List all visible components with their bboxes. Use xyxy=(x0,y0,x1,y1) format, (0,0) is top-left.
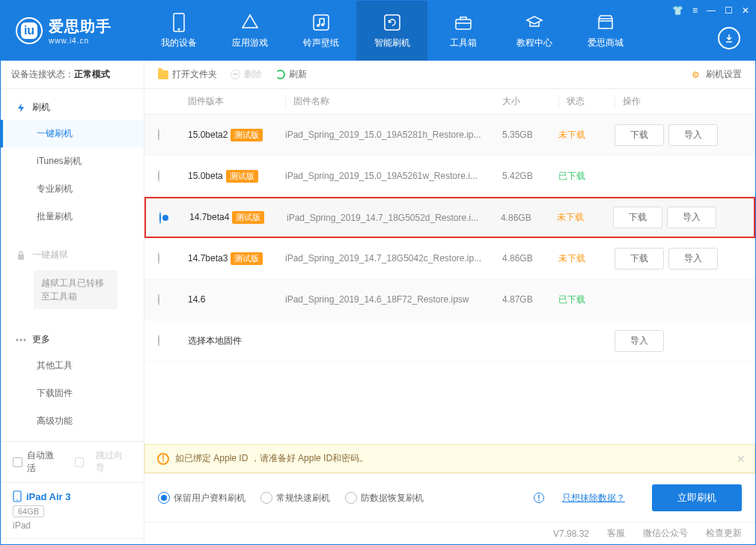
action-button[interactable]: 导入 xyxy=(667,207,716,228)
row-radio[interactable] xyxy=(158,252,159,264)
table-row[interactable]: 14.6iPad_Spring_2019_14.6_18F72_Restore.… xyxy=(144,279,755,320)
table-row[interactable]: 15.0beta测试版iPad_Spring_2019_15.0_19A5261… xyxy=(144,156,755,197)
flash-opt-antirecovery[interactable]: 防数据恢复刷机 xyxy=(345,492,424,505)
svg-point-4 xyxy=(321,23,324,26)
device-icon xyxy=(13,490,22,502)
sidebar: 设备连接状态：正常模式 刷机 一键刷机 iTunes刷机 专业刷机 批量刷机 一… xyxy=(1,61,144,544)
nav-store[interactable]: 爱思商城 xyxy=(570,1,641,61)
window-controls: 👕 ≡ — ☐ ✕ xyxy=(672,5,749,16)
beta-badge: 测试版 xyxy=(231,129,263,141)
more-icon xyxy=(16,335,26,345)
phone-icon xyxy=(169,13,189,32)
flash-opt-keep-data[interactable]: 保留用户资料刷机 xyxy=(158,492,246,505)
flash-options: 保留用户资料刷机 常规快速刷机 防数据恢复刷机 ! 只想抹除数据？ 立即刷机 xyxy=(144,473,755,522)
version-text: 14.7beta3 xyxy=(188,253,228,264)
sidebar-item-advanced[interactable]: 高级功能 xyxy=(1,407,144,435)
minimize-button[interactable]: — xyxy=(707,5,716,16)
action-cell: 下载导入 xyxy=(615,124,742,146)
row-radio[interactable] xyxy=(158,129,159,141)
header: iu 爱思助手 www.i4.cn 我的设备 应用游戏 铃声壁纸 智能刷机 工具… xyxy=(1,1,755,61)
toolbar: 打开文件夹 删除 刷新 ⚙刷机设置 xyxy=(144,61,755,89)
skip-guide-checkbox[interactable] xyxy=(75,457,85,467)
action-button[interactable]: 导入 xyxy=(615,330,664,352)
version-text: 15.0beta2 xyxy=(188,130,228,140)
menu-icon[interactable]: ≡ xyxy=(692,5,698,16)
brand-name: 爱思助手 xyxy=(49,16,112,37)
svg-point-9 xyxy=(16,338,19,341)
service-link[interactable]: 客服 xyxy=(607,527,625,540)
main-nav: 我的设备 应用游戏 铃声壁纸 智能刷机 工具箱 教程中心 爱思商城 xyxy=(143,1,641,61)
action-cell: 导入 xyxy=(615,330,742,352)
sidebar-head-more[interactable]: 更多 xyxy=(1,327,144,352)
flash-settings-button[interactable]: ⚙刷机设置 xyxy=(692,68,742,81)
flash-icon xyxy=(16,103,26,113)
action-button[interactable]: 下载 xyxy=(615,124,664,146)
delete-button[interactable]: 删除 xyxy=(231,68,262,81)
firmware-list: 15.0beta2测试版iPad_Spring_2019_15.0_19A528… xyxy=(144,115,755,444)
download-button[interactable] xyxy=(718,27,740,49)
firmware-name: iPad_Spring_2019_14.6_18F72_Restore.ipsw xyxy=(285,294,502,305)
nav-flash[interactable]: 智能刷机 xyxy=(356,1,427,61)
table-row[interactable]: 14.7beta4测试版iPad_Spring_2019_14.7_18G505… xyxy=(144,197,755,238)
maximize-button[interactable]: ☐ xyxy=(725,5,733,16)
warning-icon: ! xyxy=(157,453,169,465)
close-button[interactable]: ✕ xyxy=(742,5,749,16)
info-icon[interactable]: ! xyxy=(534,493,544,503)
firmware-status: 已下载 xyxy=(558,293,615,306)
sidebar-head-flash[interactable]: 刷机 xyxy=(1,95,144,120)
check-update-link[interactable]: 检查更新 xyxy=(706,527,742,540)
auto-activate-row: 自动激活 跳过向导 xyxy=(1,441,144,482)
wechat-link[interactable]: 微信公众号 xyxy=(643,527,688,540)
sidebar-item-pro[interactable]: 专业刷机 xyxy=(1,175,144,203)
nav-tutorial[interactable]: 教程中心 xyxy=(499,1,570,61)
action-button[interactable]: 导入 xyxy=(668,248,718,270)
firmware-name: iPad_Spring_2019_15.0_19A5281h_Restore.i… xyxy=(285,130,502,140)
radio-icon xyxy=(345,492,357,504)
toolbox-icon xyxy=(454,13,473,32)
action-button[interactable]: 导入 xyxy=(668,124,718,146)
firmware-name: iPad_Spring_2019_15.0_19A5261w_Restore.i… xyxy=(285,171,502,181)
block-itunes-row: 阻止iTunes运行 xyxy=(1,538,144,545)
sidebar-item-other[interactable]: 其他工具 xyxy=(1,352,144,380)
row-radio[interactable] xyxy=(158,170,159,182)
action-button[interactable]: 下载 xyxy=(615,248,664,270)
firmware-name: iPad_Spring_2019_14.7_18G5052d_Restore.i… xyxy=(287,213,501,223)
firmware-name: iPad_Spring_2019_14.7_18G5042c_Restore.i… xyxy=(285,253,502,264)
nav-my-device[interactable]: 我的设备 xyxy=(143,1,214,61)
sidebar-item-oneclick[interactable]: 一键刷机 xyxy=(1,120,144,147)
row-radio[interactable] xyxy=(158,335,159,347)
music-icon xyxy=(311,13,331,32)
svg-rect-2 xyxy=(314,15,329,30)
flash-now-button[interactable]: 立即刷机 xyxy=(652,484,742,511)
table-row[interactable]: 15.0beta2测试版iPad_Spring_2019_15.0_19A528… xyxy=(144,115,755,156)
table-row[interactable]: 选择本地固件导入 xyxy=(144,320,755,362)
warning-close-button[interactable]: ✕ xyxy=(737,453,746,465)
shirt-icon[interactable]: 👕 xyxy=(672,5,683,16)
version-text: 15.0beta xyxy=(188,171,223,181)
firmware-size: 4.86GB xyxy=(501,213,557,223)
svg-point-1 xyxy=(177,28,180,30)
row-radio[interactable] xyxy=(159,212,161,224)
firmware-status: 未下载 xyxy=(558,252,615,265)
action-cell: 下载导入 xyxy=(615,248,742,270)
sidebar-item-batch[interactable]: 批量刷机 xyxy=(1,203,144,231)
open-folder-button[interactable]: 打开文件夹 xyxy=(158,68,217,81)
nav-ringtones[interactable]: 铃声壁纸 xyxy=(285,1,356,61)
sidebar-item-itunes[interactable]: iTunes刷机 xyxy=(1,147,144,175)
action-button[interactable]: 下载 xyxy=(613,207,662,228)
auto-activate-checkbox[interactable] xyxy=(13,457,22,467)
nav-toolbox[interactable]: 工具箱 xyxy=(427,1,499,61)
flash-opt-normal[interactable]: 常规快速刷机 xyxy=(260,492,330,505)
logo: iu 爱思助手 www.i4.cn xyxy=(1,16,143,45)
gear-icon: ⚙ xyxy=(692,70,702,80)
row-radio[interactable] xyxy=(158,293,159,305)
erase-data-link[interactable]: 只想抹除数据？ xyxy=(562,492,625,505)
table-row[interactable]: 14.7beta3测试版iPad_Spring_2019_14.7_18G504… xyxy=(144,238,755,279)
refresh-button[interactable]: 刷新 xyxy=(275,68,307,81)
graduation-icon xyxy=(525,13,544,32)
nav-apps[interactable]: 应用游戏 xyxy=(214,1,285,61)
version-label: V7.98.32 xyxy=(553,529,589,539)
version-text: 选择本地固件 xyxy=(188,335,242,346)
sidebar-item-download[interactable]: 下载固件 xyxy=(1,380,144,407)
device-info: iPad Air 3 64GB iPad xyxy=(1,482,144,538)
